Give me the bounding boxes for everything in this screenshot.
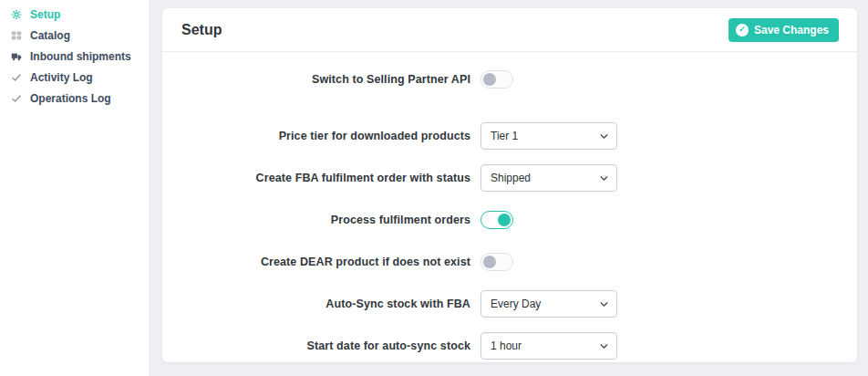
field-label: Process fulfilment orders [162,214,470,226]
check-icon [10,71,22,83]
sidebar-item-activity-log[interactable]: Activity Log [0,67,149,88]
field-label: Start date for auto-sync stock [162,339,470,352]
sidebar-item-label: Setup [30,8,60,21]
selling-partner-api-toggle[interactable] [480,70,513,89]
field-label: Create DEAR product if does not exist [162,256,470,268]
chevron-down-icon [600,342,608,350]
chevron-down-icon [600,300,608,308]
fba-order-status-select[interactable]: Shipped [480,164,617,192]
field-label: Price tier for downloaded products [162,130,470,142]
page-title: Setup [181,22,222,38]
field-label: Create FBA fulfilment order with status [162,172,470,184]
save-button-label: Save Changes [754,24,829,37]
toggle-knob [483,73,496,86]
chevron-down-icon [600,132,608,141]
truck-icon [10,50,22,62]
form-row-selling-partner-api: Switch to Selling Partner API [162,66,857,93]
sidebar-item-label: Inbound shipments [30,50,131,63]
form-row-fba-order-status: Create FBA fulfilment order with status … [162,164,857,192]
select-value: Shipped [491,172,531,184]
field-label: Switch to Selling Partner API [162,73,470,86]
sidebar-item-operations-log[interactable]: Operations Log [0,88,149,109]
form-row-auto-sync: Auto-Sync stock with FBA Every Day [162,290,857,318]
select-value: 1 hour [491,339,522,352]
form-row-create-dear-product: Create DEAR product if does not exist [162,248,857,276]
sidebar-item-label: Catalog [30,29,70,42]
field-label: Auto-Sync stock with FBA [162,298,470,310]
sidebar-item-inbound-shipments[interactable]: Inbound shipments [0,46,149,67]
price-tier-select[interactable]: Tier 1 [480,122,617,150]
form-row-start-date: Start date for auto-sync stock 1 hour [162,332,857,360]
grid-icon [10,29,22,41]
check-circle-icon: ✓ [736,24,749,37]
toggle-knob [483,256,496,268]
save-changes-button[interactable]: ✓ Save Changes [728,18,839,42]
process-fulfilment-toggle[interactable] [480,211,513,229]
select-value: Tier 1 [491,130,518,142]
setup-form: Switch to Selling Partner API Price tier… [162,52,857,360]
sidebar: Setup Catalog Inbound shipments [0,0,149,376]
select-value: Every Day [491,298,541,310]
panel-header: Setup ✓ Save Changes [162,8,857,52]
sidebar-item-label: Activity Log [30,71,93,84]
setup-panel: Setup ✓ Save Changes Switch to Selling P… [162,8,857,362]
sidebar-item-label: Operations Log [30,92,111,105]
form-row-price-tier: Price tier for downloaded products Tier … [162,122,857,150]
start-date-select[interactable]: 1 hour [480,332,617,360]
sidebar-item-catalog[interactable]: Catalog [0,25,149,46]
chevron-down-icon [600,174,608,183]
gear-icon [10,8,22,20]
form-row-process-fulfilment: Process fulfilment orders [162,206,857,234]
toggle-knob [498,214,511,226]
check-icon [10,92,22,104]
create-dear-product-toggle[interactable] [480,253,513,271]
sidebar-item-setup[interactable]: Setup [0,4,149,25]
auto-sync-select[interactable]: Every Day [480,290,617,318]
